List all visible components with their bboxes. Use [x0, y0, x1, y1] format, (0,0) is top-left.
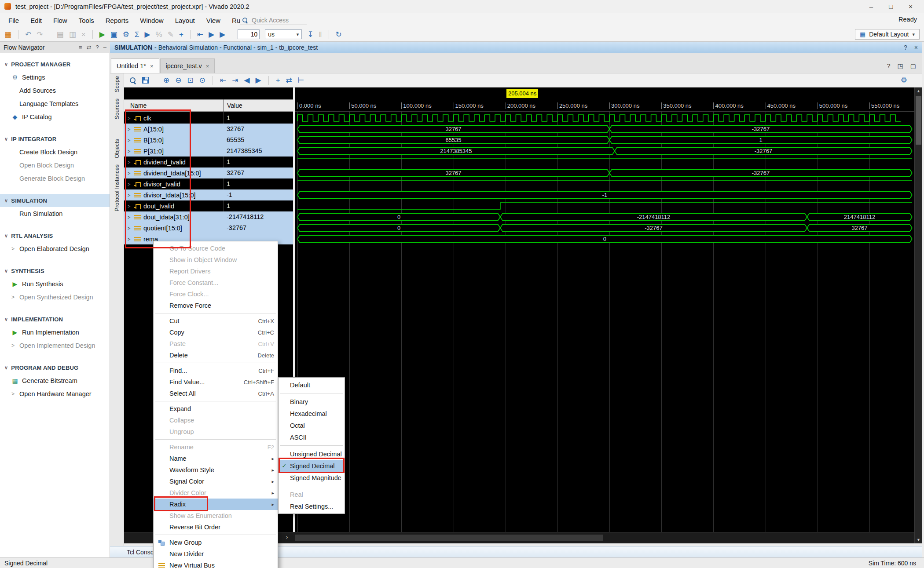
flownav-section-rtl-analysis[interactable]: ∨RTL ANALYSIS	[0, 229, 110, 242]
flownav-item-language-templates[interactable]: Language Templates	[0, 97, 110, 110]
flownav-item-open-block-design[interactable]: Open Block Design	[0, 159, 110, 172]
report-sigma-icon[interactable]: Σ	[135, 31, 139, 38]
menu-reports[interactable]: Reports	[100, 15, 135, 26]
save-icon[interactable]	[142, 77, 149, 84]
open-elaborated-icon[interactable]: ▣	[110, 31, 117, 38]
prev-transition-icon[interactable]: ◀	[244, 76, 250, 84]
chevron-right-icon[interactable]: >	[128, 193, 132, 198]
flownav-section-project-manager[interactable]: ∨PROJECT MANAGER	[0, 58, 110, 71]
edit-icon[interactable]: ✎	[168, 31, 174, 38]
banner-close-icon[interactable]: ×	[914, 44, 918, 51]
side-tab-objects[interactable]: Objects	[114, 139, 120, 158]
quick-access-search[interactable]: Quick Access	[240, 15, 307, 25]
flownav-section-ip-integrator[interactable]: ∨IP INTEGRATOR	[0, 132, 110, 146]
swap-cursors-icon[interactable]: ⇄	[286, 76, 292, 84]
sim-time-input[interactable]	[238, 29, 260, 39]
scrollbar-thumb[interactable]	[295, 535, 603, 541]
context-menu-item-find[interactable]: Find...Ctrl+F	[154, 365, 278, 376]
flownav-item-open-hardware-manager[interactable]: >Open Hardware Manager	[0, 387, 110, 401]
context-menu-item-new-group[interactable]: New Group	[154, 537, 278, 548]
menu-layout[interactable]: Layout	[169, 15, 201, 26]
flownav-section-implementation[interactable]: ∨IMPLEMENTATION	[0, 313, 110, 326]
signal-row[interactable]: >quotient[15:0]	[124, 222, 224, 233]
menu-edit[interactable]: Edit	[25, 15, 48, 26]
scroll-down-icon[interactable]: ▼	[915, 538, 922, 542]
signal-row[interactable]: >B[15:0]	[124, 135, 224, 146]
context-menu-item-reverse-bit-order[interactable]: Reverse Bit Order	[154, 521, 278, 533]
signal-wave[interactable]: 32767-32767	[295, 167, 914, 178]
signal-row[interactable]: >divisor_tdata[15:0]	[124, 189, 224, 200]
flownav-item-create-block-design[interactable]: Create Block Design	[0, 146, 110, 159]
help-icon[interactable]: ?	[96, 44, 99, 51]
goto-end-icon[interactable]: ⇥	[232, 76, 238, 84]
signal-wave[interactable]	[295, 113, 914, 124]
radix-option-signed-magnitude[interactable]: Signed Magnitude	[279, 472, 345, 484]
chevron-right-icon[interactable]: >	[128, 171, 132, 176]
side-tab-scope[interactable]: Scope	[114, 76, 120, 92]
context-menu-item-name[interactable]: Name▸	[154, 453, 278, 464]
signal-wave[interactable]: 0-21474181122147418112	[295, 211, 914, 222]
pause-icon[interactable]: ‖	[319, 31, 322, 38]
context-menu-item-find-value[interactable]: Find Value...Ctrl+Shift+F	[154, 376, 278, 388]
flownav-item-open-synthesized-design[interactable]: >Open Synthesized Design	[0, 291, 110, 304]
radix-option-unsigned-decimal[interactable]: Unsigned Decimal	[279, 448, 345, 460]
signal-row[interactable]: >clk	[124, 113, 224, 124]
flownav-item-generate-block-design[interactable]: Generate Block Design	[0, 172, 110, 185]
chevron-right-icon[interactable]: >	[128, 138, 132, 143]
wave-settings-gear-icon[interactable]: ⚙	[901, 76, 917, 84]
name-column-header[interactable]: Name	[124, 99, 224, 112]
signal-row[interactable]: >dout_tdata[31:0]	[124, 211, 224, 222]
signal-wave[interactable]: 0	[295, 233, 914, 244]
tab-close-icon[interactable]: ×	[150, 63, 154, 69]
flownav-item-run-implementation[interactable]: ▶Run Implementation	[0, 326, 110, 339]
restart-sim-icon[interactable]: ⇤	[197, 31, 203, 38]
add-marker-icon[interactable]: +	[276, 76, 280, 84]
undo-icon[interactable]: ↶	[25, 31, 31, 38]
menu-flow[interactable]: Flow	[48, 15, 73, 26]
menu-window[interactable]: Window	[134, 15, 169, 26]
signal-wave[interactable]: 32767-32767	[295, 124, 914, 135]
chevron-right-icon[interactable]: >	[128, 160, 132, 165]
dock-icon[interactable]: ⇄	[87, 44, 92, 51]
context-menu-item-waveform-style[interactable]: Waveform Style▸	[154, 464, 278, 476]
radix-option-binary[interactable]: Binary	[279, 396, 345, 408]
zoom-to-cursor-icon[interactable]: ⊙	[199, 76, 205, 84]
flownav-section-synthesis[interactable]: ∨SYNTHESIS	[0, 264, 110, 277]
settings-gear-icon[interactable]: ⚙	[123, 31, 129, 38]
chevron-right-icon[interactable]: >	[128, 116, 132, 121]
flownav-item-run-synthesis[interactable]: ▶Run Synthesis	[0, 277, 110, 291]
signal-wave[interactable]	[295, 200, 914, 211]
context-menu-item-select-all[interactable]: Select AllCtrl+A	[154, 388, 278, 399]
close-icon[interactable]: ×	[909, 3, 913, 10]
scroll-right-icon[interactable]: ›	[286, 534, 288, 540]
find-icon[interactable]	[129, 77, 136, 84]
flownav-item-generate-bitstream[interactable]: ▦Generate Bitstream	[0, 374, 110, 387]
signal-row[interactable]: >A[15:0]	[124, 124, 224, 135]
minimize-icon[interactable]: –	[103, 44, 106, 51]
side-tab-protocol-instances[interactable]: Protocol Instances	[114, 164, 120, 211]
context-menu-item-new-virtual-bus[interactable]: New Virtual Bus	[154, 560, 278, 568]
signal-wave[interactable]: 2147385345-32767	[295, 146, 914, 157]
radix-option-hexadecimal[interactable]: Hexadecimal	[279, 408, 345, 419]
run-icon[interactable]: ▶	[99, 31, 105, 38]
signal-row[interactable]: >dividend_tvalid	[124, 157, 224, 167]
flownav-item-add-sources[interactable]: Add Sources	[0, 84, 110, 97]
scroll-up-icon[interactable]: ▲	[915, 89, 922, 93]
menu-view[interactable]: View	[201, 15, 226, 26]
redo-icon[interactable]: ↷	[37, 31, 43, 38]
signal-row[interactable]: >dout_tvalid	[124, 200, 224, 211]
wave-cursor-line[interactable]	[511, 99, 511, 532]
radix-option-default[interactable]: Default	[279, 379, 345, 391]
signal-wave[interactable]: 0-3276732767	[295, 222, 914, 233]
signal-wave[interactable]	[295, 157, 914, 167]
toolbar-toggle-icon[interactable]: ≡	[79, 44, 82, 51]
snap-to-transition-icon[interactable]: ⊢	[298, 76, 304, 84]
maximize-icon[interactable]: ▢	[910, 62, 916, 69]
minimize-icon[interactable]: –	[869, 3, 873, 10]
step-icon[interactable]: ↧	[307, 31, 313, 38]
delete-icon[interactable]: ×	[81, 31, 86, 38]
context-menu-item-copy[interactable]: CopyCtrl+C	[154, 327, 278, 338]
chevron-right-icon[interactable]: >	[128, 127, 132, 132]
banner-help-icon[interactable]: ?	[904, 44, 907, 51]
run-report-icon[interactable]: ▶	[145, 31, 150, 38]
